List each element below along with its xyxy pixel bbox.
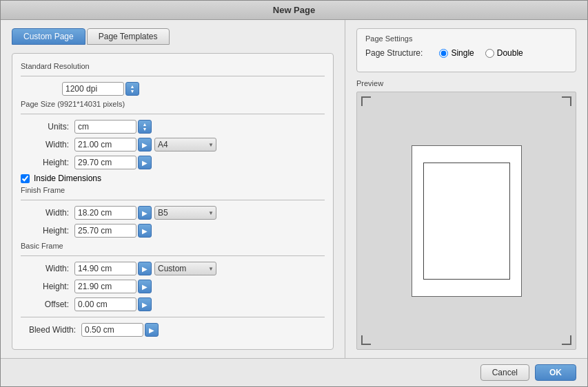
basic-height-label: Height: [21, 282, 69, 291]
corner-mark-tl [361, 96, 371, 106]
basic-height-input[interactable] [74, 280, 136, 293]
finish-height-row: Height: ▶ [21, 224, 325, 238]
inside-dimensions-checkbox[interactable] [21, 174, 30, 183]
cancel-button[interactable]: Cancel [480, 364, 529, 381]
finish-frame-label: Finish Frame [21, 186, 325, 194]
double-option[interactable]: Double [485, 48, 523, 58]
offset-stepper[interactable]: ▶ [138, 297, 152, 311]
offset-row: Offset: ▶ [21, 297, 325, 311]
width-main-row: Width: ▶ A4 A3 B5 Custom [21, 138, 325, 151]
corner-mark-tr [562, 96, 571, 106]
width-main-preset[interactable]: A4 A3 B5 Custom [154, 138, 216, 151]
preview-page [412, 145, 522, 297]
standard-resolution-label: Standard Resolution [21, 62, 325, 70]
single-option[interactable]: Single [439, 48, 474, 58]
height-main-row: Height: ▶ [21, 156, 325, 169]
single-radio[interactable] [439, 49, 448, 58]
basic-width-label: Width: [21, 264, 69, 273]
preview-label: Preview [356, 79, 576, 87]
basic-width-row: Width: ▶ Custom A4 A3 B5 [21, 262, 325, 275]
corner-mark-bl [361, 335, 371, 345]
basic-width-preset[interactable]: Custom A4 A3 B5 [154, 262, 216, 275]
units-row: Units: ▲ ▼ [21, 120, 325, 134]
finish-height-input[interactable] [74, 224, 136, 238]
page-size-label: Page Size (9921*14031 pixels) [21, 100, 325, 108]
offset-label: Offset: [21, 300, 69, 309]
left-panel: Custom Page Page Templates Standard Reso… [1, 20, 345, 358]
tab-page-templates[interactable]: Page Templates [87, 28, 170, 45]
resolution-input[interactable] [62, 82, 124, 96]
inside-dimensions-row: Inside Dimensions [21, 174, 325, 183]
custom-page-panel: Standard Resolution ▲ ▼ Page Size (9921*… [12, 53, 334, 350]
preview-inner-rect [423, 163, 510, 280]
dialog-footer: Cancel OK [1, 358, 587, 386]
finish-width-row: Width: ▶ B5 A4 A3 Custom [21, 206, 325, 220]
bleed-stepper[interactable]: ▶ [145, 323, 159, 337]
bleed-row: Bleed Width: ▶ [21, 323, 325, 337]
basic-frame-label: Basic Frame [21, 242, 325, 250]
finish-width-preset[interactable]: B5 A4 A3 Custom [154, 206, 216, 220]
tab-bar: Custom Page Page Templates [12, 28, 334, 45]
height-main-stepper[interactable]: ▶ [138, 156, 152, 169]
finish-width-preset-wrapper: B5 A4 A3 Custom [154, 206, 216, 220]
width-main-preset-wrapper: A4 A3 B5 Custom [154, 138, 216, 151]
resolution-row: ▲ ▼ [21, 82, 325, 96]
double-radio[interactable] [485, 49, 494, 58]
offset-input[interactable] [74, 297, 136, 311]
basic-width-input[interactable] [74, 262, 136, 275]
bleed-input[interactable] [81, 323, 143, 337]
finish-width-input[interactable] [74, 206, 136, 220]
corner-mark-br [562, 335, 571, 345]
units-label: Units: [21, 122, 69, 132]
units-input[interactable] [74, 120, 136, 134]
page-settings-label: Page Settings [365, 34, 567, 43]
width-main-label: Width: [21, 140, 69, 149]
dialog-title: New Page [273, 5, 315, 15]
resolution-stepper[interactable]: ▲ ▼ [125, 82, 139, 96]
tab-custom-page[interactable]: Custom Page [12, 28, 85, 45]
basic-width-stepper[interactable]: ▶ [138, 262, 152, 275]
finish-width-stepper[interactable]: ▶ [138, 206, 152, 220]
bleed-label: Bleed Width: [21, 325, 76, 335]
basic-height-stepper[interactable]: ▶ [138, 280, 152, 293]
page-structure-label: Page Structure: [365, 48, 423, 58]
finish-width-label: Width: [21, 208, 69, 218]
basic-height-row: Height: ▶ [21, 280, 325, 293]
units-stepper[interactable]: ▲ ▼ [138, 120, 152, 134]
finish-height-label: Height: [21, 226, 69, 236]
basic-width-preset-wrapper: Custom A4 A3 B5 [154, 262, 216, 275]
ok-button[interactable]: OK [535, 364, 576, 381]
width-main-input[interactable] [74, 138, 136, 151]
finish-height-stepper[interactable]: ▶ [138, 224, 152, 238]
page-settings-section: Page Settings Page Structure: Single Dou… [356, 28, 576, 72]
right-panel: Page Settings Page Structure: Single Dou… [345, 20, 587, 358]
inside-dimensions-label: Inside Dimensions [34, 174, 101, 183]
height-main-input[interactable] [74, 156, 136, 169]
single-label: Single [451, 48, 474, 58]
height-main-label: Height: [21, 158, 69, 167]
title-bar: New Page [1, 1, 587, 20]
double-label: Double [497, 48, 523, 58]
new-page-dialog: New Page Custom Page Page Templates Stan… [0, 0, 588, 387]
width-main-stepper[interactable]: ▶ [138, 138, 152, 151]
page-structure-row: Page Structure: Single Double [365, 48, 567, 58]
preview-area [356, 92, 576, 350]
